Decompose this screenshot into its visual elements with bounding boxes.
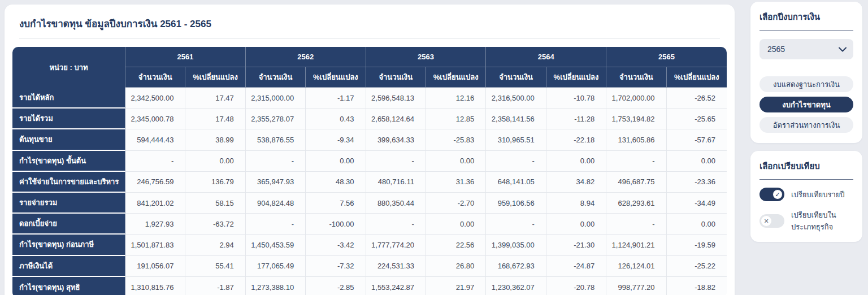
- amount-cell: -: [606, 151, 666, 172]
- percent-change-cell: 8.94: [546, 193, 606, 214]
- amount-cell: 2,596,548.13: [366, 88, 426, 109]
- percent-change-cell: 26.80: [426, 256, 486, 277]
- percent-change-cell: -7.32: [306, 256, 366, 277]
- amount-cell: -: [366, 151, 426, 172]
- percent-change-cell: -22.18: [546, 129, 606, 150]
- percent-change-cell: 0.00: [306, 151, 366, 172]
- percent-change-cell: 0.00: [667, 151, 727, 172]
- row-label: รายจ่ายรวม: [12, 193, 125, 214]
- report-button-group: งบแสดงฐานะการเงินงบกำไรขาดทุนอัตราส่วนทา…: [760, 76, 853, 133]
- percent-change-cell: 12.16: [426, 88, 486, 109]
- amount-cell: 2,355,278.07: [246, 109, 306, 129]
- percent-change-cell: -24.87: [546, 256, 606, 277]
- toggle-switch[interactable]: ✕: [760, 214, 784, 228]
- amount-cell: 246,756.59: [125, 172, 185, 193]
- amount-cell: 126,124.01: [606, 256, 666, 277]
- x-icon: ✕: [761, 216, 771, 226]
- change-subheader: %เปลี่ยนแปลง: [185, 67, 245, 88]
- amount-cell: 224,531.33: [366, 256, 426, 277]
- amount-cell: 1,124,901.21: [606, 235, 666, 255]
- percent-change-cell: -100.00: [306, 214, 366, 235]
- percent-change-cell: 12.85: [426, 109, 486, 129]
- row-label: กำไร(ขาดทุน) ขั้นต้น: [12, 151, 125, 172]
- table-row: รายจ่ายรวม841,201.0258.15904,824.487.568…: [12, 193, 727, 214]
- amount-cell: 1,553,242.87: [366, 277, 426, 295]
- change-subheader: %เปลี่ยนแปลง: [546, 67, 606, 88]
- year-header: 2562: [246, 47, 366, 67]
- amount-cell: 628,293.61: [606, 193, 666, 214]
- unit-header-cell: หน่วย : บาท: [12, 47, 125, 88]
- amount-cell: 2,658,124.64: [366, 109, 426, 129]
- amount-cell: 191,056.07: [125, 256, 185, 277]
- toggle-switch[interactable]: ✓: [760, 188, 784, 201]
- percent-change-cell: 0.00: [546, 214, 606, 235]
- income-statement-table: หน่วย : บาท 25612562256325642565 จำนวนเง…: [12, 47, 727, 295]
- fiscal-year-card: เลือกปีงบการเงิน 2565 งบแสดงฐานะการเงินง…: [750, 2, 862, 143]
- table-row: ภาษีเงินได้191,056.0755.41177,065.49-7.3…: [12, 256, 727, 277]
- table-header: หน่วย : บาท 25612562256325642565 จำนวนเง…: [12, 47, 727, 88]
- amount-cell: 1,399,035.00: [486, 235, 546, 255]
- check-icon: ✓: [772, 189, 783, 199]
- amount-cell: 1,273,388.10: [246, 277, 306, 295]
- toggle-row: ✓เปรียบเทียบรายปี: [760, 188, 853, 201]
- percent-change-cell: 55.41: [185, 256, 245, 277]
- amount-cell: 959,106.56: [486, 193, 546, 214]
- amount-cell: 538,876.55: [246, 129, 306, 150]
- amount-cell: 168,672.93: [486, 256, 546, 277]
- amount-cell: -: [246, 151, 306, 172]
- table-row: กำไร(ขาดทุน) สุทธิ1,310,815.76-1.871,273…: [12, 277, 727, 295]
- amount-cell: 1,501,871.83: [125, 235, 185, 255]
- amount-cell: 2,358,141.56: [486, 109, 546, 129]
- percent-change-cell: -2.70: [426, 193, 486, 214]
- row-label: ค่าใช้จ่ายในการขายและบริหาร: [12, 172, 125, 193]
- percent-change-cell: -20.78: [546, 277, 606, 295]
- percent-change-cell: -26.52: [667, 88, 727, 109]
- row-label: ภาษีเงินได้: [12, 256, 125, 277]
- percent-change-cell: 0.43: [306, 109, 366, 129]
- percent-change-cell: 38.99: [185, 129, 245, 150]
- amount-cell: -: [125, 151, 185, 172]
- report-tab-button[interactable]: งบแสดงฐานะการเงิน: [760, 76, 853, 92]
- amount-cell: 2,316,500.00: [486, 88, 546, 109]
- change-subheader: %เปลี่ยนแปลง: [426, 67, 486, 88]
- row-label: รายได้หลัก: [12, 88, 125, 109]
- percent-change-cell: -57.67: [667, 129, 727, 150]
- amount-cell: 841,201.02: [125, 193, 185, 214]
- percent-change-cell: -63.72: [185, 214, 245, 235]
- amount-cell: 904,824.48: [246, 193, 306, 214]
- percent-change-cell: -25.83: [426, 129, 486, 150]
- table-row: รายได้รวม2,345,000.7817.482,355,278.070.…: [12, 109, 727, 129]
- percent-change-cell: -25.65: [667, 109, 727, 129]
- toggle-label: เปรียบเทียบในประเภทธุรกิจ: [791, 209, 853, 233]
- table-row: กำไร(ขาดทุน) ขั้นต้น-0.00-0.00-0.00-0.00…: [12, 151, 727, 172]
- amount-cell: 131,605.86: [606, 129, 666, 150]
- amount-cell: 496,687.75: [606, 172, 666, 193]
- compare-heading: เลือกเปรียบเทียบ: [760, 159, 853, 173]
- amount-subheader: จำนวนเงิน: [246, 67, 306, 88]
- percent-change-cell: -1.87: [185, 277, 245, 295]
- percent-change-cell: -10.78: [546, 88, 606, 109]
- percent-change-cell: -1.17: [306, 88, 366, 109]
- compare-toggle-list: ✓เปรียบเทียบรายปี✕เปรียบเทียบในประเภทธุร…: [760, 188, 853, 233]
- row-label: ต้นทุนขาย: [12, 129, 125, 150]
- amount-cell: 177,065.49: [246, 256, 306, 277]
- report-tab-button[interactable]: งบกำไรขาดทุน: [760, 97, 853, 112]
- chevron-down-icon: [839, 47, 847, 52]
- toggle-label: เปรียบเทียบรายปี: [791, 189, 845, 201]
- fiscal-year-dropdown[interactable]: 2565: [760, 39, 853, 59]
- percent-change-cell: -9.34: [306, 129, 366, 150]
- percent-change-cell: 34.82: [546, 172, 606, 193]
- percent-change-cell: 58.15: [185, 193, 245, 214]
- percent-change-cell: 2.94: [185, 235, 245, 255]
- amount-cell: 998,777.20: [606, 277, 666, 295]
- report-tab-button[interactable]: อัตราส่วนทางการเงิน: [760, 117, 853, 133]
- amount-cell: 880,350.44: [366, 193, 426, 214]
- table-row: รายได้หลัก2,342,500.0017.472,315,000.00-…: [12, 88, 727, 109]
- amount-cell: 2,345,000.78: [125, 109, 185, 129]
- amount-subheader: จำนวนเงิน: [486, 67, 546, 88]
- amount-cell: 648,141.05: [486, 172, 546, 193]
- table-row: ดอกเบี้ยจ่าย1,927.93-63.72--100.00-0.00-…: [12, 214, 727, 235]
- row-label: กำไร(ขาดทุน) สุทธิ: [12, 277, 125, 295]
- percent-change-cell: 31.36: [426, 172, 486, 193]
- percent-change-cell: 0.00: [185, 151, 245, 172]
